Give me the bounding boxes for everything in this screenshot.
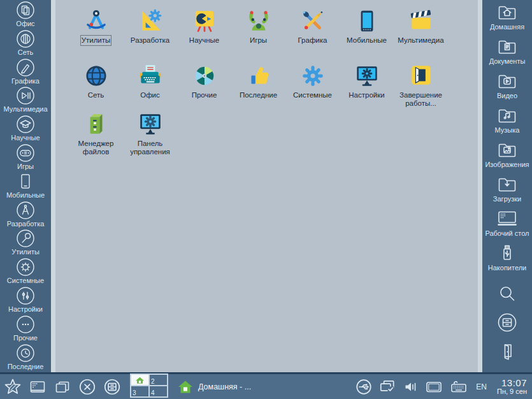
- place-documents[interactable]: Документы: [482, 36, 532, 70]
- app-control-panel[interactable]: Панель управления: [123, 111, 177, 168]
- sidebar-item-games[interactable]: Игры: [0, 143, 51, 172]
- tablet-icon: [424, 379, 443, 395]
- app-system[interactable]: Системные: [285, 62, 340, 111]
- app-settings[interactable]: Настройки: [340, 62, 394, 111]
- taskbar-window-button[interactable]: Домашняя - ...: [177, 379, 251, 395]
- workspace-pager: 2 3 4: [130, 374, 168, 398]
- app-label: Сеть: [88, 91, 104, 99]
- app-graphics[interactable]: Графика: [285, 8, 340, 62]
- window-list-button[interactable]: [53, 378, 72, 396]
- sidebar-item-label: Мультимедиа: [3, 105, 47, 113]
- place-label: Загрузки: [493, 195, 521, 203]
- tablet-icon: [354, 8, 380, 34]
- monitors-check-icon: [378, 378, 396, 396]
- sidebar-item-system[interactable]: Системные: [0, 258, 51, 286]
- app-recent[interactable]: Последние: [231, 62, 285, 111]
- gear-icon: [16, 258, 35, 277]
- home-folder-icon: [496, 1, 519, 23]
- place-pictures[interactable]: Изображения: [482, 139, 532, 173]
- globe-icon: [83, 62, 110, 89]
- show-desktop-button[interactable]: [28, 378, 47, 396]
- workspace-4[interactable]: 4: [149, 386, 168, 397]
- sidebar-item-office[interactable]: Офис: [0, 1, 51, 29]
- app-label: Научные: [189, 36, 219, 45]
- door-icon: [496, 340, 518, 361]
- place-desktop[interactable]: Рабочий стол: [482, 208, 532, 242]
- place-drives[interactable]: Накопители: [482, 242, 532, 277]
- sidebar-item-utilities[interactable]: Утилиты: [0, 229, 51, 258]
- close-window-button[interactable]: [78, 377, 97, 396]
- menu-button[interactable]: [3, 377, 22, 396]
- exit-button[interactable]: [482, 337, 532, 365]
- keyboard-tray-button[interactable]: [449, 378, 468, 396]
- volume-tray-button[interactable]: [402, 379, 419, 395]
- sidebar-item-science[interactable]: Научные: [0, 115, 51, 143]
- app-file-manager[interactable]: Менеджер файлов: [69, 111, 123, 168]
- workspace-1[interactable]: [131, 374, 149, 386]
- graduation-cap-icon: [16, 115, 35, 134]
- place-music[interactable]: Музыка: [482, 105, 532, 139]
- compass-icon: [16, 201, 35, 220]
- sidebar-item-label: Утилиты: [11, 248, 40, 256]
- clock-icon: [16, 344, 35, 363]
- place-label: Домашняя: [490, 23, 524, 31]
- gamepad-icon: [16, 143, 35, 163]
- workspace-2[interactable]: 2: [149, 374, 168, 386]
- app-development[interactable]: Разработка: [123, 8, 177, 62]
- windows-stack-icon: [53, 378, 72, 396]
- app-office[interactable]: Офис: [123, 62, 177, 111]
- language-indicator[interactable]: EN: [476, 382, 487, 391]
- sidebar-item-misc[interactable]: Прочие: [0, 315, 51, 344]
- clock-date: Пн, 9 сен: [497, 388, 527, 395]
- star-icon: [3, 377, 22, 396]
- display-tray-button[interactable]: [424, 379, 443, 395]
- app-network[interactable]: Сеть: [69, 62, 123, 111]
- sidebar-item-network[interactable]: Сеть: [0, 29, 51, 58]
- archive-button[interactable]: [482, 308, 532, 337]
- search-button[interactable]: [482, 280, 532, 308]
- gear-icon: [299, 62, 326, 89]
- sidebar-item-label: Системные: [7, 277, 44, 284]
- workspace-number: 2: [151, 378, 155, 385]
- usb-tray-button[interactable]: [355, 378, 373, 396]
- place-label: Видео: [497, 92, 517, 99]
- place-downloads[interactable]: Загрузки: [482, 173, 532, 208]
- office-docs-icon: [16, 1, 35, 20]
- app-shutdown[interactable]: Завершение работы...: [394, 62, 448, 111]
- app-label: Последние: [240, 91, 277, 99]
- usb-drive-icon: [496, 242, 519, 264]
- sidebar-item-label: Офис: [16, 20, 34, 27]
- app-misc[interactable]: Прочие: [177, 62, 231, 111]
- place-home[interactable]: Домашняя: [482, 1, 532, 36]
- sidebar-item-graphics[interactable]: Графика: [0, 58, 51, 87]
- taskbar-clock[interactable]: 13:07 Пн, 9 сен: [497, 378, 527, 395]
- workspace-3[interactable]: 3: [131, 386, 149, 397]
- app-label: Разработка: [131, 36, 169, 45]
- app-science[interactable]: Научные: [177, 8, 231, 62]
- sidebar-item-mobile[interactable]: Мобильные: [0, 172, 51, 201]
- sidebar-item-multimedia[interactable]: Мультимедиа: [0, 86, 51, 115]
- display-settings-tray-button[interactable]: [378, 378, 396, 396]
- app-utilities[interactable]: Утилиты: [69, 8, 123, 62]
- sidebar-actions: [482, 280, 532, 365]
- left-panel-edge: [51, 0, 55, 372]
- place-label: Накопители: [488, 264, 526, 272]
- place-videos[interactable]: Видео: [482, 70, 532, 105]
- usb-icon: [355, 378, 373, 396]
- wrench-icon: [16, 229, 35, 248]
- pictures-folder-icon: [496, 139, 519, 161]
- app-multimedia[interactable]: Мультимедиа: [394, 8, 448, 62]
- documents-folder-icon: [496, 36, 519, 57]
- archive-tray-button[interactable]: [103, 377, 122, 396]
- sidebar-item-label: Научные: [11, 134, 40, 141]
- drafting-compass-icon: [83, 8, 110, 34]
- app-games[interactable]: Игры: [231, 8, 285, 62]
- keyboard-icon: [449, 378, 468, 396]
- sidebar-item-recent[interactable]: Последние: [0, 344, 51, 372]
- taskbar: 2 3 4 Домашняя - ... EN: [0, 372, 532, 399]
- place-label: Музыка: [495, 126, 520, 134]
- sidebar-item-settings[interactable]: Настройки: [0, 286, 51, 315]
- sidebar-item-development[interactable]: Разработка: [0, 201, 51, 229]
- game-figure-icon: [245, 8, 272, 34]
- app-mobile[interactable]: Мобильные: [340, 8, 394, 62]
